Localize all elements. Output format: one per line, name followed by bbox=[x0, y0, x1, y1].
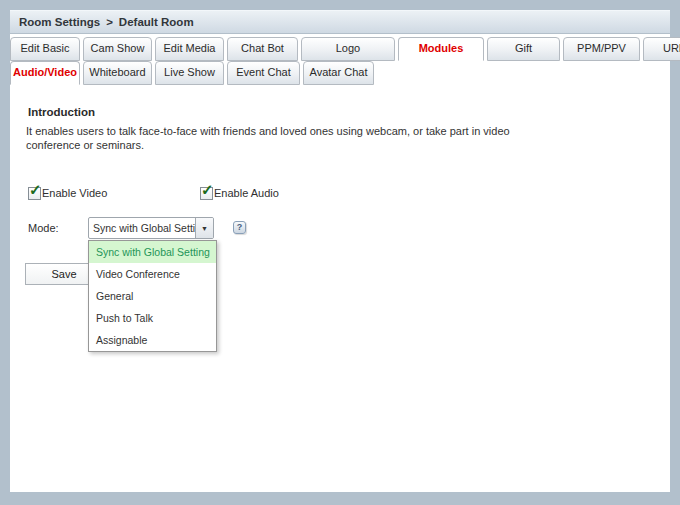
tab-avatar-chat[interactable]: Avatar Chat bbox=[303, 61, 374, 85]
enable-video-label: Enable Video bbox=[42, 187, 107, 199]
tab-edit-basic[interactable]: Edit Basic bbox=[10, 37, 80, 61]
intro-text: It enables users to talk face-to-face wi… bbox=[26, 124, 518, 152]
enable-audio-label: Enable Audio bbox=[214, 187, 279, 199]
dropdown-option-video-conference[interactable]: Video Conference bbox=[89, 263, 216, 285]
tab-audio-video[interactable]: Audio/Video bbox=[10, 61, 80, 85]
dropdown-option-general[interactable]: General bbox=[89, 285, 216, 307]
tab-edit-media[interactable]: Edit Media bbox=[155, 37, 224, 61]
chevron-down-icon: ▼ bbox=[201, 225, 208, 232]
tab-row-primary: Edit Basic Cam Show Edit Media Chat Bot … bbox=[10, 37, 680, 61]
breadcrumb: Room Settings>Default Room bbox=[10, 10, 670, 34]
breadcrumb-separator: > bbox=[106, 16, 113, 28]
tab-ppm-ppv[interactable]: PPM/PPV bbox=[563, 37, 640, 61]
check-icon: ✓ bbox=[201, 182, 214, 197]
mode-select-value: Sync with Global Setting bbox=[89, 222, 195, 234]
tab-chat-bot[interactable]: Chat Bot bbox=[227, 37, 298, 61]
tab-cam-show[interactable]: Cam Show bbox=[83, 37, 152, 61]
tab-url[interactable]: URL bbox=[643, 37, 680, 61]
check-icon: ✓ bbox=[29, 182, 42, 197]
help-icon[interactable]: ? bbox=[233, 221, 246, 234]
checkbox-checked-icon[interactable]: ✓ bbox=[200, 187, 213, 200]
dropdown-option-assignable[interactable]: Assignable bbox=[89, 329, 216, 351]
checkbox-checked-icon[interactable]: ✓ bbox=[28, 187, 41, 200]
dropdown-option-sync-with-global-setting[interactable]: Sync with Global Setting bbox=[89, 241, 216, 263]
tab-gift[interactable]: Gift bbox=[487, 37, 560, 61]
tab-live-show[interactable]: Live Show bbox=[155, 61, 224, 85]
room-settings-window: { "window": { "breadcrumb_root": "Room S… bbox=[0, 0, 680, 505]
tab-whiteboard[interactable]: Whiteboard bbox=[83, 61, 152, 85]
intro-title: Introduction bbox=[28, 106, 95, 118]
mode-label: Mode: bbox=[28, 217, 59, 239]
tab-logo[interactable]: Logo bbox=[301, 37, 395, 61]
mode-select[interactable]: Sync with Global Setting ▼ bbox=[88, 217, 214, 239]
enable-audio-checkbox[interactable]: ✓Enable Audio bbox=[200, 186, 279, 202]
mode-select-arrow-button[interactable]: ▼ bbox=[195, 218, 213, 238]
dropdown-option-push-to-talk[interactable]: Push to Talk bbox=[89, 307, 216, 329]
tab-row-secondary: Audio/Video Whiteboard Live Show Event C… bbox=[10, 61, 374, 85]
tab-event-chat[interactable]: Event Chat bbox=[227, 61, 300, 85]
breadcrumb-current: Default Room bbox=[119, 16, 194, 28]
tab-modules[interactable]: Modules bbox=[398, 37, 484, 61]
enable-video-checkbox[interactable]: ✓Enable Video bbox=[28, 186, 107, 202]
breadcrumb-root: Room Settings bbox=[19, 16, 100, 28]
mode-dropdown-list: Sync with Global Setting Video Conferenc… bbox=[88, 240, 217, 352]
